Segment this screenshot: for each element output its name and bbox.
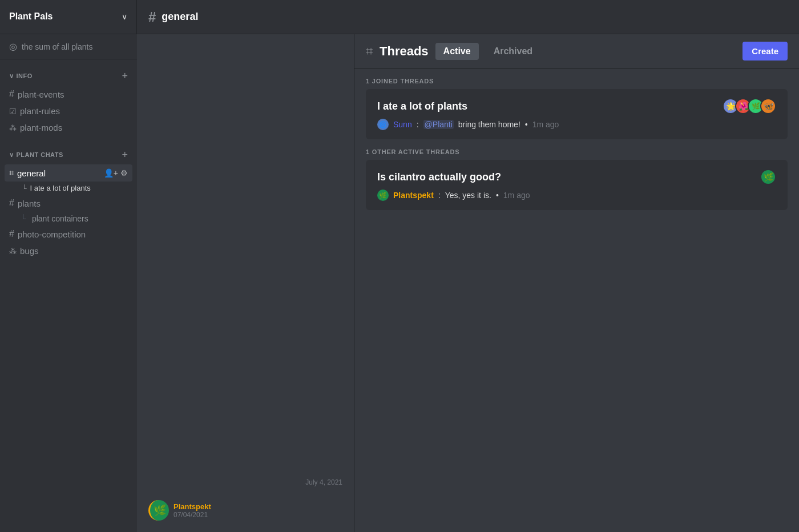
thread-card-cilantro[interactable]: Is cilantro actually good? 🌿 🌿 Plantspek…	[366, 160, 788, 210]
rules-icon: ☑	[9, 107, 17, 116]
server-description-text: the sum of all plants	[22, 42, 93, 51]
meta-author: Sunn	[393, 120, 412, 129]
threads-icon: ⌗	[366, 44, 373, 59]
thread-card-avatars: 🌟 🌺 🌿 🦋	[723, 98, 776, 114]
channel-name: bugs	[20, 246, 128, 256]
date-separator: July 4, 2021	[305, 478, 342, 486]
create-thread-button[interactable]: Create	[742, 42, 788, 61]
thread-hash-icon: ⌗	[9, 168, 14, 178]
mod-icon-bugs: ⁂	[9, 247, 17, 255]
threads-content: 1 JOINED THREADS I ate a lot of plants 🌟…	[354, 68, 799, 532]
plant-chats-section: ∨ PLANT CHATS + ⌗ general 👤+ ⚙ └ I ate a…	[0, 138, 137, 261]
joined-threads-label: 1 JOINED THREADS	[366, 78, 788, 84]
thread-avatar-4: 🦋	[760, 98, 776, 114]
thread-name: I ate a lot of plants	[30, 184, 91, 192]
sidebar: ◎ the sum of all plants ∨ INFO + # plant…	[0, 34, 137, 532]
channel-name-header: general	[162, 11, 198, 23]
main-layout: ◎ the sum of all plants ∨ INFO + # plant…	[0, 34, 799, 532]
meta-avatar-plantspekt: 🌿	[377, 190, 389, 201]
meta-avatar-sunn: 🌀	[377, 119, 389, 130]
chevron-down-icon: ∨	[122, 12, 127, 21]
bottom-msg-avatar: 🌿	[148, 500, 169, 521]
meta-time: 1m ago	[532, 120, 559, 129]
channel-name: photo-competition	[18, 229, 128, 239]
thread-card-2-meta: 🌿 Plantspekt : Yes, yes it is. • 1m ago	[377, 190, 776, 201]
hash-icon: #	[9, 229, 14, 239]
sidebar-sub-plant-containers[interactable]: └ plant containers	[5, 212, 132, 225]
info-section: ∨ INFO + # plant-events ☑ plant-rules ⁂ …	[0, 59, 137, 138]
meta-colon-2: :	[438, 191, 441, 200]
sub-indent-icon: └	[21, 214, 26, 223]
sidebar-item-photo-competition[interactable]: # photo-competition	[5, 225, 132, 243]
bottom-msg-author: Plantspekt	[173, 502, 211, 511]
info-section-title[interactable]: ∨ INFO	[9, 72, 33, 80]
threads-header: ⌗ Threads Active Archived Create	[354, 34, 799, 68]
sidebar-item-plant-rules[interactable]: ☑ plant-rules	[5, 103, 132, 119]
sidebar-thread-item[interactable]: └ I ate a lot of plants	[5, 182, 132, 195]
top-header: Plant Pals ∨ # general	[0, 0, 799, 34]
thread-card-2-title: Is cilantro actually good?	[377, 171, 501, 183]
sub-channel-name: plant containers	[32, 214, 88, 223]
content-area: 🗿 🌍 🌝 July 4, 2021 🌿 Plantspekt 07/04/20…	[137, 34, 799, 532]
meta-author-2: Plantspekt	[393, 191, 434, 200]
channel-name: plant-rules	[20, 106, 128, 116]
mod-icon: ⁂	[9, 123, 17, 132]
sidebar-item-general[interactable]: ⌗ general 👤+ ⚙	[5, 164, 132, 182]
channel-name: general	[17, 168, 100, 178]
server-description: ◎ the sum of all plants	[0, 34, 137, 59]
info-section-header: ∨ INFO +	[5, 68, 132, 83]
bottom-msg-date: 07/04/2021	[173, 511, 211, 519]
meta-dot: •	[525, 120, 528, 129]
chevron-icon-chats: ∨	[9, 151, 14, 159]
sidebar-item-plants[interactable]: # plants	[5, 195, 132, 212]
channel-header: # general	[137, 9, 799, 25]
thread-card-ate-plants[interactable]: I ate a lot of plants 🌟 🌺 🌿 🦋 🌀 Sunn : @…	[366, 89, 788, 139]
bottom-message: 🌿 Plantspekt 07/04/2021	[148, 500, 211, 521]
thread-card-2-avatars: 🌿	[760, 169, 776, 185]
threads-title: Threads	[380, 44, 429, 59]
sidebar-item-plant-events[interactable]: # plant-events	[5, 86, 132, 103]
meta-message-2: Yes, yes it is.	[445, 191, 491, 200]
thread-card-header: I ate a lot of plants 🌟 🌺 🌿 🦋	[377, 98, 776, 114]
other-active-threads-label: 1 OTHER ACTIVE THREADS	[366, 148, 788, 155]
settings-icon[interactable]: ⚙	[120, 168, 128, 178]
meta-dot-2: •	[496, 191, 499, 200]
plant-chats-section-title[interactable]: ∨ PLANT CHATS	[9, 151, 63, 159]
meta-time-2: 1m ago	[503, 191, 530, 200]
channel-hash-icon: #	[148, 9, 156, 25]
server-name: Plant Pals	[9, 11, 122, 22]
sidebar-item-plant-mods[interactable]: ⁂ plant-mods	[5, 119, 132, 136]
channel-name: plant-mods	[20, 123, 128, 132]
chat-area: 🗿 🌍 🌝 July 4, 2021 🌿 Plantspekt 07/04/20…	[137, 34, 354, 532]
thread-card-meta: 🌀 Sunn : @Planti bring them home! • 1m a…	[377, 119, 776, 130]
channel-name: plant-events	[18, 90, 128, 99]
plant-chats-section-header: ∨ PLANT CHATS +	[5, 147, 132, 162]
tab-archived[interactable]: Archived	[486, 43, 540, 60]
add-plant-chat-button[interactable]: +	[122, 150, 128, 160]
chevron-icon-info: ∨	[9, 72, 14, 80]
thread-avatar-plantspekt: 🌿	[760, 169, 776, 185]
mention-tag: @Planti	[423, 120, 454, 129]
broadcast-icon: ◎	[9, 41, 17, 52]
hash-icon: #	[9, 198, 14, 208]
server-name-area[interactable]: Plant Pals ∨	[0, 0, 137, 34]
thread-indent-icon: └	[22, 184, 27, 192]
thread-card-title: I ate a lot of plants	[377, 100, 467, 112]
add-member-icon[interactable]: 👤+	[104, 168, 118, 178]
channel-name: plants	[18, 199, 128, 208]
meta-message: bring them home!	[458, 120, 520, 129]
add-info-channel-button[interactable]: +	[122, 71, 128, 81]
threads-panel: ⌗ Threads Active Archived Create 1 JOINE…	[354, 34, 799, 532]
bottom-msg-content: Plantspekt 07/04/2021	[173, 502, 211, 519]
tab-active[interactable]: Active	[435, 43, 479, 60]
hash-icon: #	[9, 89, 14, 99]
channel-actions: 👤+ ⚙	[104, 168, 128, 178]
sidebar-item-bugs[interactable]: ⁂ bugs	[5, 243, 132, 259]
thread-card-2-header: Is cilantro actually good? 🌿	[377, 169, 776, 185]
meta-colon: :	[417, 120, 419, 129]
